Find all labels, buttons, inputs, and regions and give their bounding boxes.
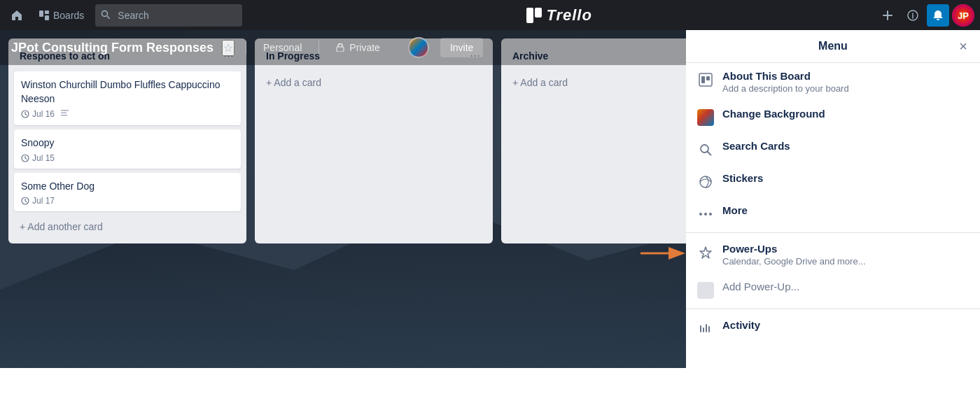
menu-title: Menu	[818, 40, 848, 52]
stickers-label: Stickers	[722, 172, 763, 184]
user-avatar[interactable]: JP	[952, 4, 974, 27]
card-title: Snoopy	[21, 136, 234, 150]
search-wrapper	[95, 4, 242, 27]
more-icon	[697, 206, 714, 222]
card-item[interactable]: Some Other Dog Jul 17	[14, 173, 241, 212]
board-wrapper: JPot Consulting Form Responses ☆ Persona…	[0, 30, 980, 368]
svg-text:JP: JP	[958, 10, 969, 21]
menu-item-content: Add Power-Up...	[722, 281, 799, 292]
svg-rect-31	[708, 326, 710, 332]
svg-point-24	[704, 213, 707, 215]
menu-item-add-powerup[interactable]: Add Power-Up...	[686, 274, 980, 306]
svg-point-25	[709, 213, 712, 215]
visibility-label: Personal	[263, 42, 302, 53]
about-label: About This Board	[722, 70, 849, 82]
powerups-label: Power-Ups	[722, 243, 866, 255]
svg-rect-19	[706, 76, 710, 80]
header-divider	[246, 41, 246, 55]
boards-label: Boards	[53, 10, 84, 21]
menu-item-search-cards[interactable]: Search Cards	[686, 133, 980, 165]
menu-close-button[interactable]: ×	[955, 36, 972, 57]
change-bg-icon	[697, 109, 714, 126]
activity-label: Activity	[722, 319, 760, 331]
svg-rect-6	[535, 8, 542, 17]
change-bg-label: Change Background	[722, 108, 825, 120]
svg-rect-28	[700, 325, 701, 332]
svg-rect-17	[699, 73, 712, 86]
powerups-icon	[697, 244, 714, 261]
menu-item-about[interactable]: About This Board Add a description to yo…	[686, 63, 980, 101]
add-card-button[interactable]: + Add a card	[260, 71, 487, 94]
menu-item-content: Activity	[722, 319, 760, 331]
search-cards-icon	[697, 141, 714, 158]
menu-item-stickers[interactable]: Stickers	[686, 165, 980, 197]
top-nav: Boards Trello	[0, 0, 980, 30]
nav-center: Trello	[246, 6, 872, 24]
svg-rect-2	[45, 15, 49, 20]
header-divider-2	[318, 41, 319, 55]
stickers-icon	[697, 174, 714, 190]
invite-label: Invite	[450, 42, 473, 53]
card-title: Winston Churchill Dumbo Fluffles Cappucc…	[21, 78, 234, 106]
menu-panel: Menu × About This Board Add a descriptio…	[686, 30, 980, 368]
boards-button[interactable]: Boards	[32, 4, 91, 27]
svg-rect-30	[706, 324, 707, 332]
visibility-button[interactable]: Personal	[258, 39, 307, 56]
activity-icon	[697, 320, 714, 337]
menu-item-change-bg[interactable]: Change Background	[686, 101, 980, 133]
svg-rect-29	[703, 327, 704, 332]
invite-button[interactable]: Invite	[440, 38, 483, 57]
menu-divider-2	[686, 309, 980, 309]
about-board-icon	[697, 71, 714, 88]
home-button[interactable]	[6, 4, 28, 27]
svg-rect-10	[337, 47, 344, 52]
star-button[interactable]: ☆	[222, 40, 234, 56]
lists-container: Respones to act on ··· Winston Churchill…	[8, 38, 739, 243]
svg-line-21	[708, 152, 711, 155]
member-avatar[interactable]	[408, 37, 429, 58]
add-powerup-icon	[697, 282, 714, 299]
svg-rect-5	[526, 8, 533, 23]
more-label: More	[722, 204, 748, 216]
about-sublabel: Add a description to your board	[722, 83, 849, 94]
add-another-card-button[interactable]: + Add another card	[14, 215, 241, 238]
info-button[interactable]	[902, 4, 924, 27]
card-due-date: Jul 16	[21, 109, 55, 119]
nav-right: JP	[876, 4, 974, 27]
svg-rect-18	[701, 76, 705, 83]
trello-logo: Trello	[526, 6, 592, 24]
privacy-button[interactable]: Private	[330, 39, 386, 56]
svg-rect-12	[61, 110, 69, 111]
description-icon	[60, 108, 69, 120]
svg-rect-14	[61, 115, 67, 116]
menu-item-content: About This Board Add a description to yo…	[722, 70, 849, 94]
card-item[interactable]: Winston Churchill Dumbo Fluffles Cappucc…	[14, 71, 241, 125]
card-due-date: Jul 17	[21, 196, 55, 206]
menu-item-more[interactable]: More	[686, 197, 980, 229]
card-item[interactable]: Snoopy Jul 15	[14, 129, 241, 169]
card-due-date: Jul 15	[21, 153, 55, 163]
svg-rect-13	[61, 113, 66, 114]
search-input[interactable]	[95, 4, 242, 27]
menu-header: Menu ×	[686, 30, 980, 63]
privacy-label: Private	[349, 42, 380, 53]
svg-point-22	[700, 176, 711, 188]
card-meta: Jul 16	[21, 108, 234, 120]
menu-item-powerups[interactable]: Power-Ups Calendar, Google Drive and mor…	[686, 236, 980, 274]
list-responses: Respones to act on ··· Winston Churchill…	[8, 38, 246, 243]
add-powerup-label: Add Power-Up...	[722, 281, 799, 292]
menu-item-activity[interactable]: Activity	[686, 312, 980, 344]
board-title[interactable]: JPot Consulting Form Responses	[11, 41, 214, 55]
svg-rect-0	[39, 10, 43, 17]
svg-rect-1	[45, 10, 49, 14]
menu-item-content: Stickers	[722, 172, 763, 184]
card-title: Some Other Dog	[21, 180, 234, 194]
trello-logo-text: Trello	[546, 6, 592, 24]
card-meta: Jul 15	[21, 153, 234, 163]
menu-divider	[686, 232, 980, 233]
card-meta: Jul 17	[21, 196, 234, 206]
svg-point-23	[699, 213, 702, 215]
create-button[interactable]	[876, 4, 899, 27]
notifications-button[interactable]	[927, 4, 949, 27]
menu-item-content: Search Cards	[722, 140, 790, 152]
